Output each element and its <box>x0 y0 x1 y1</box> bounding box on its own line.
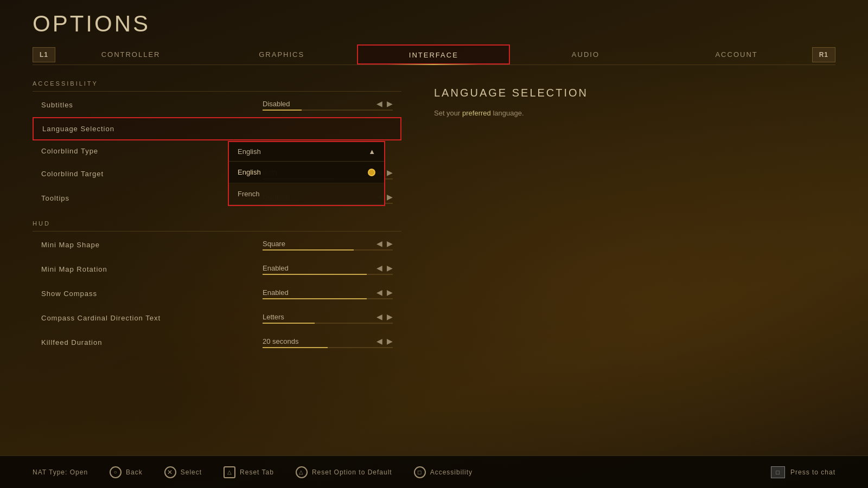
subtitles-value-row: Disabled ◀ ▶ <box>263 99 393 108</box>
mini-map-shape-arrow-right[interactable]: ▶ <box>387 239 393 248</box>
subtitles-value: Disabled <box>263 100 372 108</box>
mini-map-shape-value: Square <box>263 240 372 248</box>
page-title: OPTIONS <box>33 11 835 37</box>
nat-info: NAT Type: Open <box>33 468 88 476</box>
subtitles-arrow-right[interactable]: ▶ <box>387 99 393 108</box>
tab-graphics[interactable]: GRAPHICS <box>206 45 357 64</box>
compass-cardinal-label: Compass Cardinal Direction Text <box>41 314 263 322</box>
mini-map-shape-value-wrapper: Square ◀ ▶ <box>263 239 393 251</box>
nat-type-label: NAT Type: Open <box>33 468 88 476</box>
compass-cardinal-arrow-right[interactable]: ▶ <box>387 312 393 321</box>
compass-cardinal-slider-fill <box>263 323 315 324</box>
tab-interface[interactable]: INTERFACE <box>357 44 510 65</box>
action-select[interactable]: ✕ Select <box>164 466 202 478</box>
press-to-chat-label: Press to chat <box>790 468 835 476</box>
nav-left-btn[interactable]: L1 <box>33 47 55 62</box>
colorblind-target-arrow-right[interactable]: ▶ <box>387 168 393 177</box>
mini-map-rotation-value-wrapper: Enabled ◀ ▶ <box>263 264 393 275</box>
show-compass-value-row: Enabled ◀ ▶ <box>263 288 393 297</box>
mini-map-rotation-label: Mini Map Rotation <box>41 265 263 273</box>
show-compass-label: Show Compass <box>41 290 263 298</box>
mini-map-rotation-value: Enabled <box>263 264 372 272</box>
mini-map-shape-slider-fill <box>263 249 354 251</box>
reset-option-label: Reset Option to Default <box>312 468 392 476</box>
show-compass-arrow-right[interactable]: ▶ <box>387 288 393 297</box>
killfeed-duration-label: Killfeed Duration <box>41 338 263 346</box>
killfeed-duration-value-row: 20 seconds ◀ ▶ <box>263 337 393 345</box>
tab-controller[interactable]: CONTROLLER <box>55 45 206 64</box>
compass-cardinal-value-row: Letters ◀ ▶ <box>263 312 393 321</box>
select-icon: ✕ <box>164 466 176 478</box>
settings-panel: Accessibility Subtitles Disabled ◀ ▶ <box>33 76 401 423</box>
setting-compass-cardinal[interactable]: Compass Cardinal Direction Text Letters … <box>33 306 401 330</box>
setting-mini-map-rotation[interactable]: Mini Map Rotation Enabled ◀ ▶ <box>33 257 401 281</box>
killfeed-duration-arrow-right[interactable]: ▶ <box>387 337 393 345</box>
chat-button[interactable]: □ <box>771 466 785 478</box>
show-compass-slider <box>263 298 393 299</box>
back-label: Back <box>126 468 143 476</box>
accessibility-label: Accessibility <box>430 468 473 476</box>
select-label: Select <box>181 468 202 476</box>
mini-map-rotation-arrow-right[interactable]: ▶ <box>387 264 393 272</box>
info-highlight: preferred <box>462 109 491 117</box>
killfeed-duration-slider-fill <box>263 347 328 348</box>
setting-language-selection[interactable]: Language Selection <box>33 117 401 140</box>
info-title: LANGUAGE SELECTION <box>434 87 825 99</box>
show-compass-arrow-left[interactable]: ◀ <box>376 288 382 297</box>
mini-map-shape-slider <box>263 249 393 251</box>
info-description: Set your preferred language. <box>434 108 825 119</box>
mini-map-rotation-arrow-left[interactable]: ◀ <box>376 264 382 272</box>
subtitles-slider-fill <box>263 110 302 111</box>
setting-mini-map-shape[interactable]: Mini Map Shape Square ◀ ▶ <box>33 233 401 257</box>
bottom-bar: NAT Type: Open ○ Back ✕ Select △ Reset T… <box>0 455 868 488</box>
show-compass-slider-fill <box>263 298 367 299</box>
press-to-chat: □ Press to chat <box>771 466 835 478</box>
section-hud-header: HUD <box>33 216 401 232</box>
tab-account[interactable]: ACCOUNT <box>661 45 812 64</box>
killfeed-duration-value-wrapper: 20 seconds ◀ ▶ <box>263 337 393 348</box>
mini-map-shape-label: Mini Map Shape <box>41 241 263 249</box>
nav-tabs: L1 CONTROLLER GRAPHICS INTERFACE AUDIO A… <box>33 44 835 65</box>
language-selection-label: Language Selection <box>42 125 392 133</box>
mini-map-rotation-value-row: Enabled ◀ ▶ <box>263 264 393 272</box>
subtitles-arrow-left[interactable]: ◀ <box>376 99 382 108</box>
header: OPTIONS L1 CONTROLLER GRAPHICS INTERFACE… <box>0 0 868 65</box>
tooltips-arrow-right[interactable]: ▶ <box>387 192 393 201</box>
show-compass-value: Enabled <box>263 288 372 297</box>
setting-killfeed-duration[interactable]: Killfeed Duration 20 seconds ◀ ▶ <box>33 330 401 355</box>
subtitles-label: Subtitles <box>41 101 263 109</box>
setting-show-compass[interactable]: Show Compass Enabled ◀ ▶ <box>33 281 401 306</box>
compass-cardinal-value-wrapper: Letters ◀ ▶ <box>263 312 393 324</box>
accessibility-icon: ◻ <box>414 466 426 478</box>
action-reset-option[interactable]: △ Reset Option to Default <box>296 466 392 478</box>
killfeed-duration-arrow-left[interactable]: ◀ <box>376 337 382 345</box>
dropdown-option-english-label: English <box>238 168 261 176</box>
dropdown-header: English ▲ <box>229 142 384 162</box>
info-panel: LANGUAGE SELECTION Set your preferred la… <box>423 76 835 423</box>
action-accessibility[interactable]: ◻ Accessibility <box>414 466 473 478</box>
subtitles-slider <box>263 110 393 111</box>
subtitles-value-wrapper: Disabled ◀ ▶ <box>263 99 393 111</box>
reset-option-icon: △ <box>296 466 308 478</box>
section-accessibility-header: Accessibility <box>33 76 401 92</box>
tab-audio[interactable]: AUDIO <box>510 45 661 64</box>
mini-map-shape-arrow-left[interactable]: ◀ <box>376 239 382 248</box>
reset-tab-label: Reset Tab <box>240 468 274 476</box>
action-reset-tab[interactable]: △ Reset Tab <box>224 466 274 478</box>
nav-right-btn[interactable]: R1 <box>812 47 835 62</box>
dropdown-option-english[interactable]: English <box>229 162 384 183</box>
show-compass-value-wrapper: Enabled ◀ ▶ <box>263 288 393 299</box>
back-icon: ○ <box>110 466 122 478</box>
main-layout: Accessibility Subtitles Disabled ◀ ▶ <box>0 65 868 423</box>
dropdown-option-french[interactable]: French <box>229 183 384 205</box>
action-back[interactable]: ○ Back <box>110 466 143 478</box>
setting-subtitles[interactable]: Subtitles Disabled ◀ ▶ <box>33 93 401 117</box>
language-dropdown: English ▲ English French <box>228 141 385 206</box>
dropdown-current-value: English <box>238 147 261 156</box>
reset-tab-icon: △ <box>224 466 235 478</box>
killfeed-duration-value: 20 seconds <box>263 337 372 345</box>
compass-cardinal-arrow-left[interactable]: ◀ <box>376 312 382 321</box>
mini-map-rotation-slider-fill <box>263 274 367 275</box>
dropdown-option-french-label: French <box>238 190 259 198</box>
mini-map-rotation-slider <box>263 274 393 275</box>
